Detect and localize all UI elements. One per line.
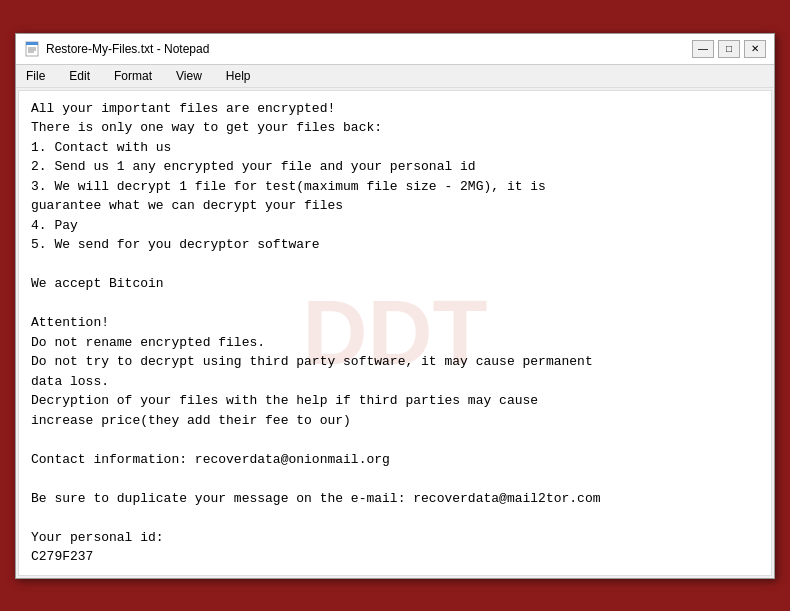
ransom-note-text: All your important files are encrypted! … xyxy=(31,99,759,567)
notepad-window: Restore-My-Files.txt - Notepad — □ ✕ Fil… xyxy=(15,33,775,579)
app-icon xyxy=(24,41,40,57)
close-button[interactable]: ✕ xyxy=(744,40,766,58)
title-bar: Restore-My-Files.txt - Notepad — □ ✕ xyxy=(16,34,774,65)
menu-edit[interactable]: Edit xyxy=(63,67,96,85)
menu-bar: File Edit Format View Help xyxy=(16,65,774,88)
maximize-button[interactable]: □ xyxy=(718,40,740,58)
window-controls: — □ ✕ xyxy=(692,40,766,58)
window-title: Restore-My-Files.txt - Notepad xyxy=(46,42,692,56)
menu-help[interactable]: Help xyxy=(220,67,257,85)
menu-format[interactable]: Format xyxy=(108,67,158,85)
menu-file[interactable]: File xyxy=(20,67,51,85)
minimize-button[interactable]: — xyxy=(692,40,714,58)
text-area[interactable]: DDT All your important files are encrypt… xyxy=(18,90,772,576)
menu-view[interactable]: View xyxy=(170,67,208,85)
svg-rect-1 xyxy=(26,42,38,45)
